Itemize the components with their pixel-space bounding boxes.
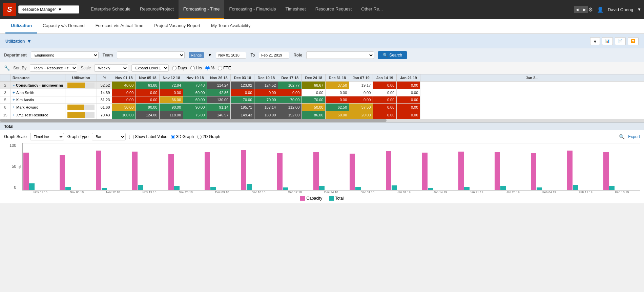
- bar-total[interactable]: [29, 183, 35, 190]
- bar-total[interactable]: [573, 185, 578, 190]
- title-dropdown-icon[interactable]: ▼: [27, 39, 32, 44]
- user-icon[interactable]: 👤: [597, 6, 604, 13]
- bar-total[interactable]: [428, 188, 433, 190]
- data-cell: 152.00: [278, 111, 302, 119]
- bar-capacity[interactable]: [277, 153, 283, 190]
- role-select[interactable]: [306, 51, 374, 59]
- bar-total[interactable]: [247, 184, 252, 190]
- chart-bars: [22, 143, 640, 190]
- bar-capacity[interactable]: [458, 152, 464, 190]
- user-dropdown-icon[interactable]: ▼: [637, 7, 641, 12]
- bar-capacity[interactable]: [386, 151, 391, 190]
- nav-arrow-right[interactable]: ▶: [581, 6, 588, 13]
- expand-icon[interactable]: +: [13, 113, 15, 117]
- nav-timesheet[interactable]: Timesheet: [281, 0, 310, 19]
- expand-level-select[interactable]: Expand Level 1: [131, 64, 169, 72]
- expand-icon[interactable]: -: [13, 83, 15, 88]
- radio-pct[interactable]: %: [205, 66, 214, 70]
- bar-total[interactable]: [392, 185, 397, 190]
- horizontal-scrollbar[interactable]: [0, 119, 644, 122]
- subnav-forecast-actual[interactable]: Forecast v/s Actual Time: [90, 19, 149, 33]
- bar-capacity[interactable]: [205, 152, 210, 190]
- bar-capacity[interactable]: [531, 153, 536, 190]
- bar-total[interactable]: [138, 185, 143, 190]
- bar-capacity[interactable]: [96, 151, 101, 190]
- expand-icon[interactable]: +: [13, 90, 15, 95]
- row-number: 3: [0, 89, 11, 96]
- bar-total[interactable]: [283, 187, 288, 190]
- bar-total[interactable]: [500, 186, 506, 190]
- data-cell: 167.14: [254, 104, 278, 111]
- radio-days[interactable]: Days: [172, 66, 187, 70]
- bar-capacity[interactable]: [23, 153, 29, 190]
- team-select[interactable]: [117, 51, 185, 59]
- nav-enterprise-schedule[interactable]: Enterprise Schedule: [86, 0, 135, 19]
- bar-group: [241, 150, 277, 190]
- bar-total[interactable]: [174, 186, 180, 190]
- expand-icon[interactable]: +: [13, 105, 15, 110]
- bar-total[interactable]: [319, 186, 325, 190]
- bar-capacity[interactable]: [313, 152, 319, 190]
- bar-capacity[interactable]: [132, 152, 138, 190]
- department-select[interactable]: Engineering: [31, 51, 99, 59]
- settings-icon[interactable]: ⚙: [588, 6, 593, 13]
- app-selector[interactable]: Resource Manager ▼: [18, 5, 79, 14]
- bar-capacity[interactable]: [567, 151, 573, 190]
- bar-total[interactable]: [355, 187, 361, 190]
- bar-group: [168, 154, 204, 190]
- subnav-capacity-demand[interactable]: Capacity v/s Demand: [37, 19, 90, 33]
- pdf-icon-btn[interactable]: 📄: [615, 37, 626, 45]
- excel-icon-btn[interactable]: 📊: [602, 37, 613, 45]
- scale-select[interactable]: Weekly: [94, 64, 128, 72]
- scroll-thumb[interactable]: [0, 119, 387, 122]
- data-cell: 90.00: [136, 104, 160, 111]
- range-btn[interactable]: Range: [189, 52, 204, 58]
- bar-capacity[interactable]: [603, 152, 609, 190]
- filter-icon-btn[interactable]: 🔽: [628, 37, 639, 45]
- sort-by-select[interactable]: Team + Resource + f: [30, 64, 77, 72]
- bar-total[interactable]: [65, 187, 71, 190]
- bar-capacity[interactable]: [495, 152, 500, 190]
- export-label[interactable]: Export: [628, 134, 640, 139]
- subnav-utilization[interactable]: Utilization: [5, 19, 37, 33]
- radio-2d[interactable]: 2D Graph: [197, 134, 220, 139]
- dropdown-icon: ▼: [58, 7, 62, 12]
- bar-capacity[interactable]: [168, 154, 174, 190]
- expand-icon[interactable]: +: [13, 97, 15, 102]
- nav-resource-project[interactable]: Resource/Project: [135, 0, 179, 19]
- role-label: Role: [293, 53, 302, 58]
- graph-scale-select[interactable]: TimeLine: [30, 133, 64, 140]
- nav-resource-request[interactable]: Resource Request: [311, 0, 357, 19]
- nav-forecasting-time[interactable]: Forecasting - Time: [179, 0, 225, 19]
- bar-total[interactable]: [102, 188, 107, 190]
- nav-forecasting-financials[interactable]: Forecasting - Financials: [224, 0, 281, 19]
- date-to-input[interactable]: [259, 52, 289, 59]
- print-icon-btn[interactable]: 🖨: [590, 37, 600, 45]
- bar-capacity[interactable]: [422, 153, 428, 190]
- data-cell: 0.00: [397, 82, 420, 89]
- radio-hrs[interactable]: Hrs: [190, 66, 202, 70]
- util-bar-cell: [65, 96, 97, 104]
- nav-other[interactable]: Other Re...: [356, 0, 388, 19]
- bar-capacity[interactable]: [241, 150, 246, 190]
- chart-search-icon[interactable]: 🔍: [619, 134, 625, 139]
- nav-arrow-left[interactable]: ◀: [574, 6, 581, 13]
- radio-3d[interactable]: 3D Graph: [171, 134, 194, 139]
- bar-total[interactable]: [609, 186, 615, 190]
- graph-type-select[interactable]: Bar: [92, 133, 126, 140]
- bar-capacity[interactable]: [350, 154, 355, 190]
- radio-fte[interactable]: FTE: [218, 66, 231, 70]
- resource-name-cell: +Mark Howard: [11, 104, 65, 111]
- subnav-team-availability[interactable]: My Team Availability: [206, 19, 256, 33]
- show-label-checkbox[interactable]: Show Label Value: [129, 134, 167, 139]
- bar-total[interactable]: [210, 187, 216, 190]
- chart-x-label: Jan 21 19: [459, 190, 495, 194]
- search-button[interactable]: 🔍 Search: [378, 51, 407, 59]
- bar-capacity[interactable]: [60, 155, 65, 190]
- data-cell: 42.86: [207, 89, 231, 96]
- date-from-input[interactable]: [216, 52, 246, 59]
- bar-total[interactable]: [537, 187, 542, 190]
- bar-total[interactable]: [464, 187, 470, 190]
- bar-group: [495, 152, 531, 190]
- subnav-project-vacancy[interactable]: Project Vacancy Report: [149, 19, 206, 33]
